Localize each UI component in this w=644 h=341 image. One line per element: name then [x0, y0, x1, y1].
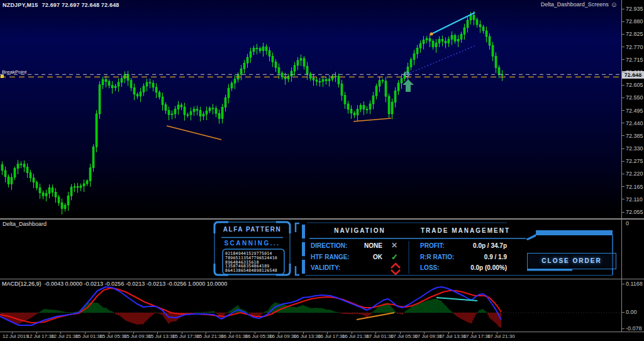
macd-tick — [622, 312, 625, 313]
axis-separator-line — [621, 0, 622, 332]
trade-management-header: TRADE MANAGEMENT — [415, 227, 516, 234]
time-axis-label: 16 Jul 21:30 — [342, 333, 370, 339]
time-axis-label: 17 Jul 01:30 — [366, 333, 394, 339]
price-axis-label: 72.440 — [626, 120, 643, 126]
price-axis-label: 72.220 — [626, 170, 643, 177]
macd-values: -0.0043 0.0000 -0.0213 -0.0256 -0.0213 -… — [45, 281, 228, 287]
price-axis-label: 72.770 — [626, 44, 643, 50]
price-tick — [622, 174, 625, 174]
time-axis-label: 15 Jul 17:30 — [172, 333, 200, 339]
delta-dashboard-subwindow: Delta_Dashboard ALFA PATTERN SCANNING...… — [0, 220, 621, 279]
price-axis-label: 72.550 — [626, 94, 643, 101]
alfa-pattern-digits: 0218494415297750147896511354779652441089… — [225, 252, 283, 273]
time-axis-label: 12 Jul 21:30 — [51, 333, 79, 339]
trade-row-value: 0.9 / 1.9 — [444, 254, 507, 260]
price-tick — [622, 199, 625, 199]
trade-row-value: 0.0p / 34.7p — [444, 242, 507, 249]
trade-row-value: 0.0p (0.00%) — [444, 264, 507, 271]
price-tick — [622, 123, 625, 123]
trade-row-label: PROFIT: — [420, 242, 445, 249]
mt4-chart-window: NZDJPY,M1572.697 72.697 72.648 72.648 De… — [0, 0, 644, 341]
trade-row-label: LOSS: — [420, 264, 440, 271]
time-axis-label: 12 Jul 2019 — [3, 333, 28, 339]
price-axis-label: 72.935 — [626, 6, 643, 12]
nav-row-value: OK — [340, 254, 382, 260]
navigation-header: NAVIGATION — [309, 227, 410, 234]
price-tick — [622, 85, 625, 86]
time-axis-label: 15 Jul 13:30 — [148, 333, 175, 339]
smiley-icon: ☺ — [611, 1, 618, 8]
price-axis[interactable]: 72.648 72.93572.88072.82572.77072.71572.… — [622, 0, 644, 332]
price-axis-label: 72.385 — [626, 133, 643, 139]
time-axis-label: 17 Jul 17:30 — [463, 333, 491, 339]
price-axis-label: 72.110 — [626, 196, 643, 203]
price-tick — [622, 135, 625, 136]
cross-icon: ✕ — [391, 241, 397, 250]
price-tick — [622, 161, 625, 162]
price-tick — [622, 59, 625, 60]
price-tick — [622, 186, 625, 187]
macd-axis-label: 0.1168 — [626, 281, 643, 287]
time-axis-label: 15 Jul 05:30 — [99, 333, 127, 339]
price-axis-label: 72.715 — [626, 57, 643, 63]
macd-axis-label: 0.00 — [626, 309, 637, 315]
nav-row-label: VALIDITY: — [311, 264, 340, 271]
time-axis-label: 16 Jul 17:30 — [318, 333, 345, 339]
price-tick — [622, 148, 625, 149]
time-axis-label: 12 Jul 17:30 — [27, 333, 55, 339]
macd-tick — [622, 328, 625, 329]
alfa-pattern-status: SCANNING... — [214, 240, 290, 247]
price-axis-label: 72.275 — [626, 158, 643, 164]
macd-title: MACD(12,26,9) — [2, 281, 42, 287]
nav-row-value: NONE — [340, 242, 382, 249]
price-tick — [622, 72, 625, 72]
macd-chart-canvas[interactable] — [0, 279, 621, 332]
check-icon: ✓ — [391, 252, 398, 262]
time-axis-label: 17 Jul 13:30 — [439, 333, 467, 339]
price-axis-label: 72.660 — [626, 69, 643, 75]
price-axis-label: 72.165 — [626, 184, 643, 190]
price-tick — [622, 9, 625, 9]
price-axis-label: 72.605 — [626, 82, 643, 88]
close-order-button[interactable]: CLOSE ORDER — [527, 253, 616, 269]
macd-subwindow[interactable]: MACD(12,26,9)-0.0043 0.0000 -0.0213 -0.0… — [0, 279, 621, 332]
main-chart-area[interactable]: NZDJPY,M1572.697 72.697 72.648 72.648 De… — [0, 0, 621, 218]
time-axis-label: 15 Jul 09:30 — [124, 333, 152, 339]
macd-axis-label: -0.078 — [626, 325, 642, 332]
price-axis-label: 72.055 — [626, 209, 643, 215]
alfa-pattern-title: ALFA PATTERN — [214, 226, 290, 233]
breakpoint-label: BreakPoint — [2, 69, 26, 75]
time-axis[interactable]: 12 Jul 201912 Jul 17:3012 Jul 21:3015 Ju… — [0, 332, 644, 341]
macd-indicator-label: MACD(12,26,9)-0.0043 0.0000 -0.0213 -0.0… — [2, 281, 227, 287]
time-axis-label: 17 Jul 09:30 — [414, 333, 442, 339]
time-axis-label: 15 Jul 21:30 — [196, 333, 224, 339]
time-axis-label: 17 Jul 05:30 — [391, 333, 418, 339]
time-axis-label: 16 Jul 05:30 — [245, 333, 273, 339]
ohlc-quotes: 72.697 72.697 72.648 72.648 — [42, 2, 119, 8]
dashboard-axis-zero: 0 — [626, 220, 629, 226]
price-tick — [622, 34, 625, 35]
candlestick-chart-canvas[interactable] — [0, 0, 621, 218]
time-axis-label: 15 Jul 01:30 — [75, 333, 103, 339]
digit-row: 86413865484898126548 — [225, 269, 283, 273]
price-axis-label: 72.825 — [626, 31, 643, 37]
time-axis-label: 16 Jul 09:30 — [269, 333, 297, 339]
chevrons-icon — [390, 262, 401, 279]
subwindow-title: Delta_Dashboard — [3, 221, 47, 227]
symbol-info: NZDJPY,M1572.697 72.697 72.648 72.648 — [3, 2, 119, 8]
macd-tick — [622, 284, 625, 284]
time-axis-label: 16 Jul 01:30 — [221, 333, 248, 339]
price-axis-label: 72.880 — [626, 18, 643, 25]
price-tick — [622, 110, 625, 111]
time-axis-label: 16 Jul 13:30 — [294, 333, 321, 339]
symbol-label: NZDJPY,M15 — [3, 2, 38, 8]
price-tick — [622, 47, 625, 47]
price-tick — [622, 212, 625, 213]
time-axis-label: 17 Jul 21:30 — [487, 333, 515, 339]
price-axis-label: 72.495 — [626, 108, 643, 114]
indicator-badge: Delta_Dashboard_Screens ☺ — [541, 1, 618, 8]
indicator-badge-label: Delta_Dashboard_Screens — [541, 1, 609, 8]
price-tick — [622, 98, 625, 98]
price-axis-label: 72.330 — [626, 145, 643, 152]
price-tick — [622, 21, 625, 22]
